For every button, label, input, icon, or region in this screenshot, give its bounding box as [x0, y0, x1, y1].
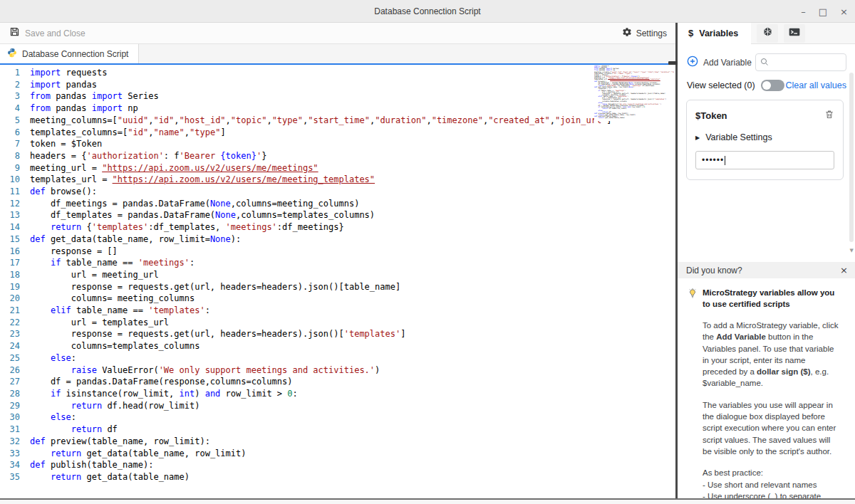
console-icon [789, 27, 800, 40]
tabbar-empty-area [139, 44, 675, 63]
tab-console[interactable] [784, 24, 805, 43]
text-cursor [725, 156, 725, 165]
trash-icon[interactable] [824, 109, 834, 122]
toolbar: Save and Close Settings [0, 23, 675, 44]
window-controls: – □ × [801, 0, 848, 23]
dollar-icon: $ [688, 28, 693, 38]
chevron-right-icon: ▶ [695, 135, 700, 141]
toggle-knob [762, 81, 771, 90]
variable-search-input[interactable] [772, 58, 836, 67]
minimize-button[interactable]: – [801, 7, 806, 16]
did-you-know-paragraph-1: To add a MicroStrategy variable, click t… [703, 320, 841, 389]
app-window: Database Connection Script – □ × Save an… [0, 0, 855, 504]
tab-packages[interactable] [757, 24, 778, 43]
packages-icon [762, 26, 773, 40]
window-bottom-strip [0, 500, 855, 504]
did-you-know-heading: MicroStrategy variables allow you to use… [703, 287, 838, 310]
view-selected-toggle[interactable] [761, 80, 784, 91]
add-variable-button[interactable]: Add Variable [687, 56, 752, 70]
save-and-close-label: Save and Close [25, 28, 86, 38]
close-icon[interactable]: × [840, 265, 848, 275]
tab-variables-label: Variables [699, 28, 738, 38]
plus-circle-icon [687, 56, 698, 70]
clear-all-values-link[interactable]: Clear all values [786, 80, 846, 90]
editor-tab-database-connection-script[interactable]: Database Connection Script [0, 44, 139, 63]
best-practice-item-1: - Use short and relevant names [703, 479, 841, 490]
editor-tab-label: Database Connection Script [22, 49, 128, 59]
variable-search-box[interactable] [755, 53, 846, 71]
settings-button[interactable]: Settings [622, 27, 675, 40]
settings-label: Settings [636, 28, 667, 38]
did-you-know-paragraph-2: The variables you use will appear in the… [703, 399, 841, 457]
right-panel-header: $ Variables [678, 23, 855, 44]
variables-scrollbar[interactable] [849, 73, 854, 242]
variables-panel: Add Variable View selected (0) Clear all… [678, 44, 855, 498]
title-bar: Database Connection Script – □ × [0, 0, 855, 23]
save-and-close-button[interactable]: Save and Close [0, 26, 86, 40]
did-you-know-panel: Did you know? × MicroStrategy variables … [678, 262, 855, 498]
save-icon [9, 26, 20, 40]
view-selected-label: View selected (0) [687, 80, 755, 90]
best-practice-intro: As best practice: [703, 467, 841, 478]
tab-variables[interactable]: $ Variables [678, 23, 751, 44]
window-title: Database Connection Script [374, 6, 480, 16]
editor-tabbar: Database Connection Script [0, 44, 675, 63]
close-button[interactable]: × [840, 7, 848, 16]
gear-icon [622, 27, 632, 40]
scroll-down-icon[interactable]: ▼ [850, 248, 854, 253]
code-lines[interactable]: 1import requests2import pandas3from pand… [0, 67, 675, 483]
code-editor[interactable]: 1import requests2import pandas3from pand… [0, 63, 675, 498]
python-icon [7, 48, 17, 61]
minimap[interactable]: 1import requests2import pandas3from pand… [594, 65, 674, 121]
variable-settings-label: Variable Settings [705, 132, 772, 142]
variable-card-token: $Token ▶ Variable Settings •••••• [686, 100, 844, 180]
search-icon [760, 56, 769, 69]
masked-value: •••••• [702, 155, 724, 165]
maximize-button[interactable]: □ [819, 7, 827, 16]
variable-settings-expander[interactable]: ▶ Variable Settings [695, 132, 834, 142]
did-you-know-title: Did you know? [686, 266, 742, 275]
variable-name: $Token [695, 110, 727, 121]
lightbulb-icon [688, 288, 698, 310]
variable-value-input[interactable]: •••••• [695, 151, 834, 169]
add-variable-label: Add Variable [703, 58, 752, 68]
